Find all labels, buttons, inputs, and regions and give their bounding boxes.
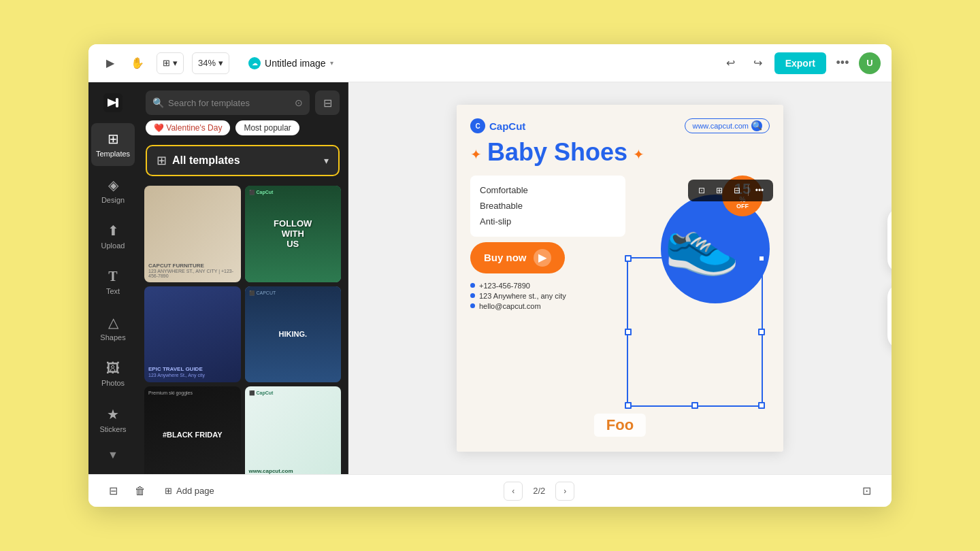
capcut-logo	[101, 90, 125, 115]
tag-popular-button[interactable]: Most popular	[235, 120, 299, 135]
more-options-button[interactable]: •••	[832, 52, 853, 74]
photos-icon: 🖼	[106, 361, 120, 376]
sidebar-collapse-button[interactable]: ▼	[91, 444, 135, 466]
zoom-chevron-icon: ▾	[218, 58, 223, 68]
app-header: ▶ ✋ ⊞ ▾ 34% ▾ ☁ Untitled image ▾ ↩ ↪ Exp…	[88, 44, 892, 82]
template-preview: ⬛ CapCut FOLLOWWITHUS	[245, 186, 342, 282]
bottom-left-tools: ⊟ 🗑 ⊞ Add page	[102, 480, 223, 502]
resize-handle-r[interactable]	[758, 329, 765, 335]
canvas-wrapper: C CapCut www.capcut.com 🔍 ✦ Baby Shoes ✦	[457, 105, 783, 452]
layout-icon: ⊞	[163, 58, 170, 68]
header-tools: ↩ ↪ Export ••• U	[720, 52, 881, 74]
undo-button[interactable]: ↩	[720, 52, 742, 74]
grid-columns: CAPCUT FURNITURE 123 ANYWHERE ST., ANY C…	[144, 186, 341, 474]
sidebar-item-shapes[interactable]: △ Shapes	[91, 307, 135, 350]
page-indicator: 2/2	[528, 486, 550, 496]
template-card[interactable]: ⬛ CapCut FOLLOWWITHUS	[245, 186, 342, 282]
sidebar-item-photos[interactable]: 🖼 Photos	[91, 352, 135, 396]
add-page-icon: ⊞	[165, 486, 172, 496]
canvas-title-row: ✦ Baby Shoes ✦	[470, 139, 770, 170]
template-card[interactable]: ⬛ CAPCUT HIKING.	[245, 286, 342, 383]
pan-tool-button[interactable]: ✋	[127, 52, 148, 74]
search-input-wrap[interactable]: 🔍 ⊙	[146, 90, 310, 115]
sidebar-item-design[interactable]: ◈ Design	[91, 169, 135, 212]
contact-dot-icon	[470, 283, 475, 288]
bottom-bar: ⊟ 🗑 ⊞ Add page ‹ 2/2 › ⊡	[88, 474, 892, 507]
avatar[interactable]: U	[859, 52, 881, 74]
expand-button[interactable]: ⊡	[856, 480, 878, 502]
cloud-icon: ☁	[248, 57, 261, 69]
sidebar-item-templates[interactable]: ⊞ Templates	[91, 123, 135, 167]
redo-button[interactable]: ↪	[747, 52, 769, 74]
contact-email: hello@capcut.com	[470, 302, 625, 310]
canvas-brand-name: CapCut	[489, 120, 525, 132]
template-preview: EPIC TRAVEL GUIDE 123 Anywhere St., Any …	[144, 286, 241, 383]
resize-handle-bl[interactable]	[625, 402, 632, 409]
buy-now-button[interactable]: Buy now ▶	[470, 242, 565, 273]
upload-icon: ⬆	[108, 222, 119, 239]
search-bar: 🔍 ⊙ ⊟	[137, 82, 348, 120]
export-button[interactable]: Export	[774, 52, 826, 74]
crop-tool-button[interactable]: ⊡	[693, 182, 710, 199]
layout-chevron-icon: ▾	[173, 58, 178, 68]
right-logos: f	[887, 207, 892, 349]
shoe-image: 👟	[664, 207, 740, 278]
capcut-logo-card	[887, 284, 892, 349]
star-deco-2: ✦	[633, 146, 644, 163]
search-circle-icon: 🔍	[751, 120, 762, 131]
filter-button[interactable]: ⊟	[315, 90, 340, 115]
contact-address: 123 Anywhere st., any city	[470, 292, 625, 300]
canvas-brand-logo: C CapCut	[470, 118, 525, 133]
canvas-feature-1: Comfortable	[480, 182, 616, 198]
qr-tool-button[interactable]: ⊞	[711, 182, 728, 199]
copy-tool-button[interactable]: ⊟	[729, 182, 745, 199]
template-preview: CAPCUT FURNITURE 123 ANYWHERE ST., ANY C…	[144, 186, 241, 282]
all-templates-dropdown[interactable]: ⊞ All templates ▾	[146, 145, 340, 176]
template-preview: Premium ski goggles #BLACK FRIDAY	[144, 386, 241, 474]
filter-icon: ⊟	[323, 97, 332, 110]
text-icon: T	[108, 269, 117, 284]
zoom-button[interactable]: 34% ▾	[192, 52, 229, 74]
sidebar-item-upload[interactable]: ⬆ Upload	[91, 215, 135, 258]
search-input[interactable]	[168, 98, 291, 108]
contact-dot-icon	[470, 303, 475, 308]
layout-button[interactable]: ⊞ ▾	[157, 52, 184, 74]
contact-phone: +123-456-7890	[470, 282, 625, 290]
sidebar-item-stickers[interactable]: ★ Stickers	[91, 399, 135, 442]
template-preview: ⬛ CAPCUT HIKING.	[245, 286, 342, 383]
templates-icon: ⊞	[108, 131, 119, 147]
prev-page-button[interactable]: ‹	[504, 482, 523, 501]
resize-handle-tl[interactable]	[625, 255, 632, 262]
resize-handle-br[interactable]	[758, 402, 765, 409]
delete-page-button[interactable]: 🗑	[129, 480, 151, 502]
duplicate-page-button[interactable]: ⊟	[102, 480, 124, 502]
add-page-button[interactable]: ⊞ Add page	[157, 480, 223, 502]
template-card[interactable]: Premium ski goggles #BLACK FRIDAY	[144, 386, 241, 474]
stickers-icon: ★	[107, 406, 119, 422]
canvas-area: C CapCut www.capcut.com 🔍 ✦ Baby Shoes ✦	[348, 82, 892, 474]
template-card[interactable]: CAPCUT FURNITURE 123 ANYWHERE ST., ANY C…	[144, 186, 241, 282]
image-edit-toolbar: ⊡ ⊞ ⊟ •••	[688, 180, 773, 201]
sidebar-item-text[interactable]: T Text	[91, 261, 135, 304]
buy-label: Buy now	[484, 252, 527, 263]
more-tool-button[interactable]: •••	[751, 182, 768, 199]
template-card[interactable]: EPIC TRAVEL GUIDE 123 Anywhere St., Any …	[144, 286, 241, 383]
header-left: ▶ ✋	[99, 52, 148, 74]
resize-handle-b[interactable]	[691, 402, 698, 409]
next-page-button[interactable]: ›	[555, 482, 574, 501]
canvas-feature-2: Breathable	[480, 198, 616, 214]
contact-row: +123-456-7890 123 Anywhere st., any city…	[470, 282, 625, 310]
shapes-icon: △	[108, 314, 118, 331]
canvas-website: www.capcut.com	[692, 122, 749, 130]
canvas-url-badge: www.capcut.com 🔍	[685, 118, 770, 133]
design-icon: ◈	[108, 177, 118, 193]
image-search-icon[interactable]: ⊙	[295, 97, 303, 108]
select-tool-button[interactable]: ▶	[99, 52, 121, 74]
document-title[interactable]: Untitled image	[265, 58, 326, 69]
search-icon: 🔍	[152, 97, 164, 108]
resize-handle-l[interactable]	[625, 329, 632, 335]
title-chevron-icon: ▾	[330, 59, 333, 67]
canvas-main-title: Baby Shoes	[487, 139, 627, 166]
tag-valentine-button[interactable]: ❤️ Valentine's Day	[146, 120, 230, 135]
template-card[interactable]: ⬛ CapCut www.capcut.com +123-456-7890	[245, 386, 342, 474]
